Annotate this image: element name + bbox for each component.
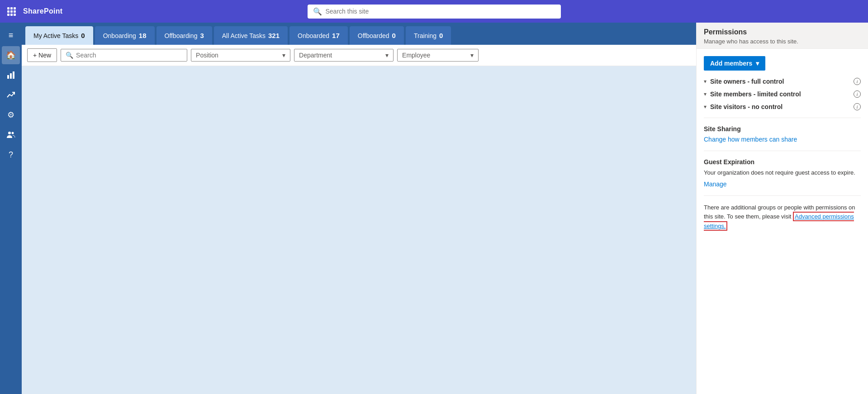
employee-label: Employee	[402, 52, 430, 59]
site-visitors-row[interactable]: ▾ Site visitors - no control i	[704, 103, 861, 110]
site-owners-chevron-icon: ▾	[704, 78, 707, 85]
sidebar-people-icon[interactable]	[2, 126, 20, 144]
additional-permissions-section: There are additional groups or people wi…	[704, 203, 861, 231]
tab-onboarding[interactable]: Onboarding 18	[95, 26, 155, 45]
tab-all-active-tasks[interactable]: All Active Tasks 321	[214, 26, 288, 45]
tab-offboarded[interactable]: Offboarded 0	[350, 26, 404, 45]
search-icon: 🔍	[66, 52, 73, 59]
site-visitors-label: Site visitors - no control	[710, 103, 850, 110]
department-chevron-icon: ▾	[385, 52, 389, 59]
guest-expiration-text: Your organization does not require guest…	[704, 168, 861, 177]
svg-point-3	[8, 132, 11, 134]
add-members-button[interactable]: Add members ▾	[704, 56, 765, 71]
panel-header: Permissions Manage who has access to thi…	[697, 23, 868, 49]
left-sidebar: ≡ 🏠 ⚙ ?	[0, 23, 22, 394]
search-input[interactable]	[76, 52, 182, 59]
site-members-chevron-icon: ▾	[704, 91, 707, 97]
site-owners-row[interactable]: ▾ Site owners - full control i	[704, 78, 861, 85]
change-sharing-link[interactable]: Change how members can share	[704, 136, 797, 143]
add-members-label: Add members	[710, 60, 752, 67]
position-chevron-icon: ▾	[282, 52, 285, 59]
position-dropdown[interactable]: Position ▾	[191, 49, 290, 62]
sidebar-home-icon[interactable]: 🏠	[2, 46, 20, 64]
new-button-label: + New	[33, 52, 51, 59]
main-layout: ≡ 🏠 ⚙ ? My Active Tasks 0	[0, 23, 868, 394]
search-box[interactable]: 🔍	[61, 49, 187, 62]
sidebar-chart-bar-icon[interactable]	[2, 66, 20, 84]
svg-rect-0	[7, 75, 9, 79]
site-visitors-info-icon[interactable]: i	[854, 103, 861, 110]
svg-rect-1	[10, 73, 12, 79]
content-area: My Active Tasks 0 Onboarding 18 Offboard…	[22, 23, 696, 394]
tab-bar: My Active Tasks 0 Onboarding 18 Offboard…	[22, 23, 696, 45]
new-button[interactable]: + New	[27, 48, 57, 62]
site-members-row[interactable]: ▾ Site members - limited control i	[704, 90, 861, 98]
access-groups-section: ▾ Site owners - full control i ▾ Site me…	[704, 78, 861, 110]
manage-link[interactable]: Manage	[704, 180, 727, 188]
divider-3	[704, 195, 861, 196]
sharepoint-logo: SharePoint	[23, 7, 62, 15]
sidebar-trend-icon[interactable]	[2, 86, 20, 104]
svg-point-4	[12, 132, 14, 134]
apps-icon[interactable]	[7, 7, 16, 16]
tab-my-active-tasks[interactable]: My Active Tasks 0	[25, 26, 93, 45]
site-sharing-title: Site Sharing	[704, 125, 861, 133]
panel-title: Permissions	[704, 28, 861, 36]
divider-2	[704, 151, 861, 151]
sidebar-settings-icon[interactable]: ⚙	[2, 106, 20, 124]
permissions-panel: Permissions Manage who has access to thi…	[696, 23, 868, 394]
employee-chevron-icon: ▾	[470, 52, 474, 59]
guest-expiration-section: Guest Expiration Your organization does …	[704, 158, 861, 188]
toolbar: + New 🔍 Position ▾ Department ▾ Employee…	[22, 45, 696, 66]
permissions-note: There are additional groups or people wi…	[704, 203, 861, 231]
sidebar-menu-icon[interactable]: ≡	[2, 26, 20, 44]
content-body	[22, 66, 696, 394]
site-sharing-section: Site Sharing Change how members can shar…	[704, 125, 861, 143]
top-navigation: SharePoint 🔍	[0, 0, 868, 23]
site-owners-label: Site owners - full control	[710, 78, 850, 85]
department-label: Department	[299, 52, 332, 59]
site-members-info-icon[interactable]: i	[854, 90, 861, 98]
svg-rect-2	[13, 71, 14, 79]
search-magnifier-icon: 🔍	[313, 7, 322, 16]
panel-subtitle: Manage who has access to this site.	[704, 38, 861, 45]
panel-body: Add members ▾ ▾ Site owners - full contr…	[697, 49, 868, 238]
site-members-label: Site members - limited control	[710, 90, 850, 98]
sidebar-help-icon[interactable]: ?	[2, 146, 20, 164]
add-members-chevron-icon: ▾	[756, 60, 759, 67]
global-search-bar[interactable]: 🔍	[308, 5, 561, 19]
department-dropdown[interactable]: Department ▾	[294, 49, 394, 62]
site-visitors-chevron-icon: ▾	[704, 104, 707, 110]
tab-training[interactable]: Training 0	[406, 26, 451, 45]
employee-dropdown[interactable]: Employee ▾	[397, 49, 479, 62]
position-label: Position	[196, 52, 218, 59]
tab-offboarding[interactable]: Offboarding 3	[157, 26, 212, 45]
divider-1	[704, 118, 861, 118]
tab-onboarded[interactable]: Onboarded 17	[289, 26, 348, 45]
global-search-input[interactable]	[326, 8, 555, 15]
guest-expiration-title: Guest Expiration	[704, 158, 861, 166]
site-owners-info-icon[interactable]: i	[854, 78, 861, 85]
